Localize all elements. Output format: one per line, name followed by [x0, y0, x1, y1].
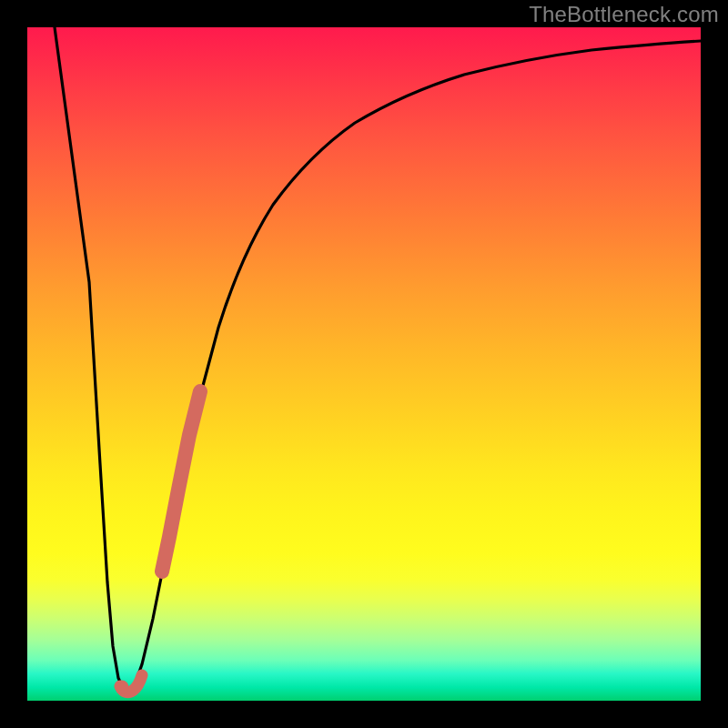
highlight-segment: [162, 391, 200, 571]
chart-frame: TheBottleneck.com: [0, 0, 728, 728]
watermark-text: TheBottleneck.com: [529, 2, 719, 27]
plot-area: [27, 27, 701, 701]
bottleneck-curve: [55, 27, 701, 693]
bottleneck-curve-svg: [27, 27, 701, 701]
min-marker-dot: [116, 681, 129, 694]
